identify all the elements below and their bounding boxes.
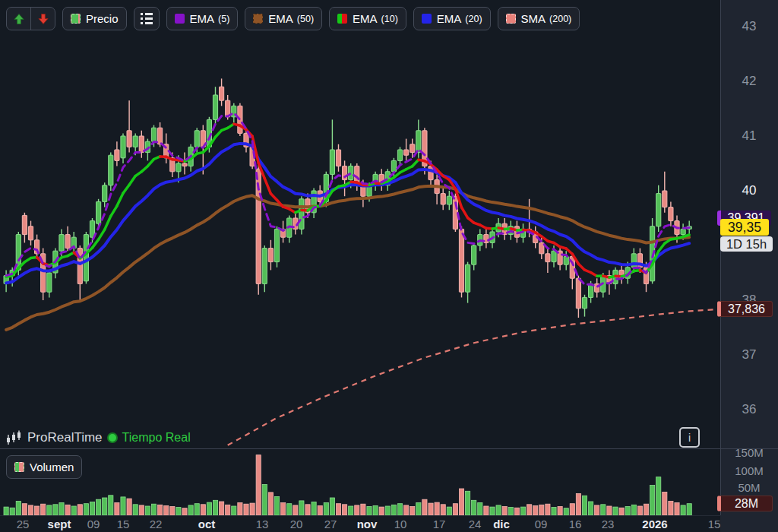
indicator-color-icon bbox=[175, 14, 185, 24]
price-series-label: Precio bbox=[86, 12, 119, 25]
indicator-period: (50) bbox=[297, 14, 314, 24]
indicator-color-icon bbox=[337, 14, 347, 24]
realtime-status-icon bbox=[107, 432, 118, 443]
indicator-color-icon bbox=[506, 14, 516, 24]
volume-axis-label: 50M bbox=[722, 481, 776, 495]
axis-tag-39-35: 39,35 bbox=[720, 219, 769, 236]
volume-axis-label: 150M bbox=[722, 446, 776, 460]
list-icon bbox=[141, 13, 153, 24]
volume-color-icon bbox=[14, 462, 24, 472]
buy-arrow-button[interactable] bbox=[7, 8, 30, 30]
axis-tag-37-836: 37,836 bbox=[717, 301, 773, 317]
price-series-color-icon bbox=[71, 14, 81, 24]
indicator-button-ema-5[interactable]: EMA(5) bbox=[166, 7, 239, 30]
indicator-name: EMA bbox=[190, 12, 215, 25]
indicator-legend-buttons: EMA(5)EMA(50)EMA(10)EMA(20)SMA(200) bbox=[166, 7, 580, 30]
indicator-period: (10) bbox=[381, 14, 398, 24]
indicator-button-ema-20[interactable]: EMA(20) bbox=[413, 7, 491, 30]
axis-tag-1D-15h: 1D 15h bbox=[720, 236, 773, 252]
time-axis-label: 23 bbox=[587, 518, 629, 530]
price-axis-label: 42 bbox=[722, 74, 776, 89]
time-axis-label: 15 bbox=[693, 518, 735, 530]
time-axis-label: 10 bbox=[379, 518, 422, 530]
price-series-button[interactable]: Precio bbox=[62, 7, 127, 30]
price-axis-label: 41 bbox=[722, 128, 776, 144]
volume-pane-legend: Volumen bbox=[6, 455, 82, 479]
time-axis-label: 22 bbox=[134, 518, 177, 530]
indicator-button-sma-200[interactable]: SMA(200) bbox=[498, 7, 580, 30]
volume-label: Volumen bbox=[30, 461, 74, 473]
price-volume-chart-canvas[interactable] bbox=[0, 0, 778, 532]
order-arrows-group bbox=[6, 7, 55, 30]
realtime-status-label: Tiempo Real bbox=[122, 431, 191, 445]
price-axis-label: 36 bbox=[722, 402, 776, 417]
indicator-button-ema-10[interactable]: EMA(10) bbox=[329, 7, 406, 30]
time-axis-label: oct bbox=[185, 518, 228, 530]
indicator-period: (200) bbox=[549, 14, 571, 24]
indicator-period: (5) bbox=[218, 14, 229, 24]
volume-button[interactable]: Volumen bbox=[6, 455, 82, 479]
indicator-name: EMA bbox=[268, 12, 293, 25]
candlestick-logo-icon bbox=[6, 430, 23, 445]
indicator-name: SMA bbox=[521, 12, 546, 25]
price-axis-label: 37 bbox=[722, 347, 776, 363]
time-axis-label: 2026 bbox=[634, 518, 676, 530]
axis-tag-28M: 28M bbox=[717, 496, 773, 511]
sell-arrow-button[interactable] bbox=[30, 8, 55, 30]
indicator-name: EMA bbox=[353, 12, 378, 25]
price-axis-label: 43 bbox=[722, 19, 776, 34]
branding: ProRealTime Tiempo Real bbox=[6, 430, 191, 445]
chart-toolbar: Precio EMA(5)EMA(50)EMA(10)EMA(20)SMA(20… bbox=[6, 7, 580, 30]
price-axis-label: 40 bbox=[722, 183, 776, 198]
volume-axis-label: 100M bbox=[722, 464, 776, 478]
arrow-up-icon bbox=[13, 13, 25, 25]
indicator-button-ema-50[interactable]: EMA(50) bbox=[245, 7, 322, 30]
info-icon: i bbox=[688, 432, 691, 444]
info-button[interactable]: i bbox=[679, 427, 700, 448]
indicator-name: EMA bbox=[437, 12, 462, 25]
indicator-color-icon bbox=[422, 14, 432, 24]
arrow-down-icon bbox=[37, 13, 49, 25]
prorealtime-chart-window: { "toolbar": { "up_button": {"icon": "ar… bbox=[0, 0, 778, 532]
indicator-period: (20) bbox=[465, 14, 482, 24]
indicator-list-button[interactable] bbox=[134, 7, 160, 30]
indicator-color-icon bbox=[253, 14, 263, 24]
prorealtime-wordmark: ProRealTime bbox=[27, 430, 103, 445]
time-axis-label: dic bbox=[480, 518, 523, 530]
